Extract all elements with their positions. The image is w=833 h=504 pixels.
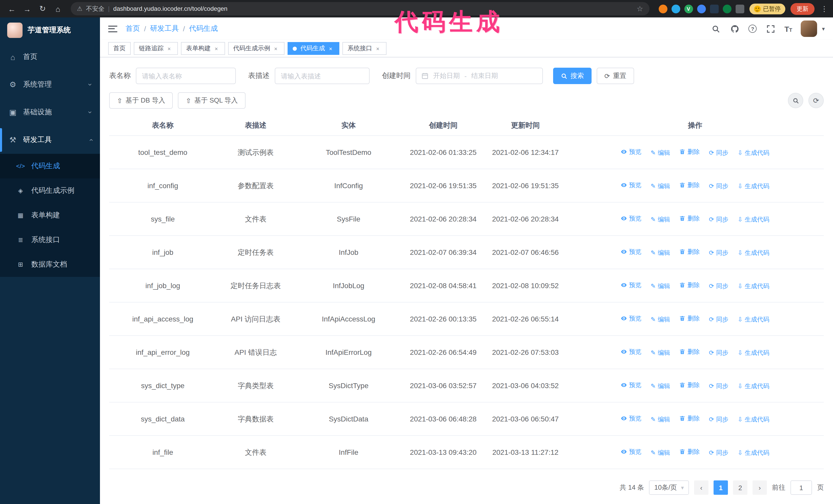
edit-link[interactable]: ✎ 编辑 — [650, 414, 670, 425]
page-button-1[interactable]: 1 — [714, 480, 728, 495]
edit-link[interactable]: ✎ 编辑 — [650, 248, 670, 258]
toggle-search-button[interactable] — [788, 93, 803, 108]
sync-link[interactable]: ⟳ 同步 — [709, 414, 729, 425]
sync-link[interactable]: ⟳ 同步 — [709, 248, 729, 258]
preview-link[interactable]: 预览 — [621, 313, 641, 323]
preview-link[interactable]: 预览 — [621, 380, 641, 390]
help-icon[interactable]: ? — [748, 25, 757, 33]
reset-button[interactable]: ⟳ 重置 — [597, 68, 634, 84]
sidebar-item-form-builder[interactable]: ▦ 表单构建 — [0, 203, 100, 227]
sidebar-item-codegen[interactable]: </> 代码生成 — [0, 154, 100, 178]
generate-code-link[interactable]: ⇩ 生成代码 — [738, 381, 769, 391]
fullscreen-icon[interactable] — [765, 24, 776, 34]
sidebar-item-dev-tools[interactable]: ⚒ 研发工具 › — [0, 126, 100, 154]
generate-code-link[interactable]: ⇩ 生成代码 — [738, 248, 769, 258]
delete-link[interactable]: 删除 — [679, 413, 700, 424]
import-sql-button[interactable]: ⇧ 基于 SQL 导入 — [178, 92, 245, 109]
tag-home[interactable]: 首页 — [108, 42, 131, 55]
preview-link[interactable]: 预览 — [621, 180, 641, 190]
delete-link[interactable]: 删除 — [679, 247, 700, 257]
close-icon[interactable]: × — [374, 45, 381, 52]
extension-icon-fox[interactable] — [659, 4, 667, 13]
sync-link[interactable]: ⟳ 同步 — [709, 214, 729, 224]
delete-link[interactable]: 删除 — [679, 380, 700, 390]
extension-icon-v[interactable]: V — [684, 4, 693, 13]
edit-link[interactable]: ✎ 编辑 — [650, 448, 670, 458]
edit-link[interactable]: ✎ 编辑 — [650, 347, 670, 358]
delete-link[interactable]: 删除 — [679, 447, 700, 457]
generate-code-link[interactable]: ⇩ 生成代码 — [738, 448, 769, 458]
browser-menu-icon[interactable]: ⋮ — [821, 5, 828, 13]
table-name-input[interactable] — [136, 68, 236, 84]
sidebar-logo[interactable]: 芋道管理系统 — [0, 18, 100, 43]
generate-code-link[interactable]: ⇩ 生成代码 — [738, 347, 769, 358]
tag-codegen-active[interactable]: 代码生成 × — [288, 42, 339, 55]
preview-link[interactable]: 预览 — [621, 213, 641, 223]
sidebar-item-system-api[interactable]: ≣ 系统接口 — [0, 227, 100, 252]
extension-icon-drop[interactable] — [671, 4, 680, 13]
preview-link[interactable]: 预览 — [621, 247, 641, 257]
page-button-2[interactable]: 2 — [733, 480, 747, 495]
sync-link[interactable]: ⟳ 同步 — [709, 281, 729, 291]
tag-tracing[interactable]: 链路追踪 × — [134, 42, 178, 55]
tag-codegen-example[interactable]: 代码生成示例 × — [228, 42, 285, 55]
sync-link[interactable]: ⟳ 同步 — [709, 148, 729, 158]
sidebar-item-db-doc[interactable]: ⊞ 数据库文档 — [0, 252, 100, 277]
avatar[interactable] — [801, 21, 817, 37]
generate-code-link[interactable]: ⇩ 生成代码 — [738, 281, 769, 291]
search-button[interactable]: 搜索 — [553, 68, 592, 84]
close-icon[interactable]: × — [272, 45, 279, 52]
sidebar-item-codegen-example[interactable]: ◈ 代码生成示例 — [0, 178, 100, 203]
table-desc-input[interactable] — [275, 68, 370, 84]
refresh-table-button[interactable]: ⟳ — [808, 93, 824, 108]
goto-page-input[interactable] — [790, 480, 812, 495]
sync-link[interactable]: ⟳ 同步 — [709, 181, 729, 191]
sync-link[interactable]: ⟳ 同步 — [709, 448, 729, 458]
delete-link[interactable]: 删除 — [679, 313, 700, 323]
edit-link[interactable]: ✎ 编辑 — [650, 381, 670, 391]
generate-code-link[interactable]: ⇩ 生成代码 — [738, 314, 769, 325]
preview-link[interactable]: 预览 — [621, 413, 641, 424]
sidebar-item-home[interactable]: ⌂ 首页 — [0, 43, 100, 71]
forward-button[interactable]: → — [21, 2, 34, 16]
date-range-picker[interactable]: 开始日期 - 结束日期 — [416, 68, 543, 84]
browser-update-button[interactable]: 更新 — [790, 3, 814, 15]
import-db-button[interactable]: ⇧ 基于 DB 导入 — [109, 92, 173, 109]
sync-link[interactable]: ⟳ 同步 — [709, 314, 729, 325]
generate-code-link[interactable]: ⇩ 生成代码 — [738, 148, 769, 158]
font-size-icon[interactable]: TT — [784, 24, 792, 33]
close-icon[interactable]: × — [166, 45, 173, 52]
generate-code-link[interactable]: ⇩ 生成代码 — [738, 214, 769, 224]
edit-link[interactable]: ✎ 编辑 — [650, 214, 670, 224]
generate-code-link[interactable]: ⇩ 生成代码 — [738, 181, 769, 191]
github-icon[interactable] — [730, 24, 740, 34]
delete-link[interactable]: 删除 — [679, 346, 700, 357]
sidebar-toggle-icon[interactable] — [108, 25, 117, 32]
back-button[interactable]: ← — [5, 2, 19, 16]
tag-system-api[interactable]: 系统接口 × — [342, 42, 386, 55]
generate-code-link[interactable]: ⇩ 生成代码 — [738, 414, 769, 425]
close-icon[interactable]: × — [213, 45, 220, 52]
preview-link[interactable]: 预览 — [621, 280, 641, 290]
extension-icon-dark[interactable] — [710, 4, 718, 13]
edit-link[interactable]: ✎ 编辑 — [650, 314, 670, 325]
home-button[interactable]: ⌂ — [51, 2, 65, 16]
preview-link[interactable]: 预览 — [621, 447, 641, 457]
reload-button[interactable]: ↻ — [36, 2, 49, 16]
paused-badge[interactable]: 已暂停 — [749, 3, 785, 14]
extension-icon-leaf[interactable] — [722, 4, 731, 13]
bookmark-star-icon[interactable]: ☆ — [637, 5, 643, 13]
edit-link[interactable]: ✎ 编辑 — [650, 181, 670, 191]
next-page-button[interactable]: › — [753, 480, 767, 495]
sync-link[interactable]: ⟳ 同步 — [709, 347, 729, 358]
extensions-puzzle-icon[interactable] — [735, 4, 744, 13]
extension-icon-people[interactable] — [697, 4, 706, 13]
delete-link[interactable]: 删除 — [679, 280, 700, 290]
sidebar-item-system-management[interactable]: ⚙ 系统管理 › — [0, 71, 100, 98]
delete-link[interactable]: 删除 — [679, 147, 700, 157]
preview-link[interactable]: 预览 — [621, 346, 641, 357]
search-icon[interactable] — [711, 24, 721, 34]
avatar-caret-icon[interactable]: ▾ — [822, 25, 825, 32]
tag-form-builder[interactable]: 表单构建 × — [181, 42, 225, 55]
edit-link[interactable]: ✎ 编辑 — [650, 148, 670, 158]
